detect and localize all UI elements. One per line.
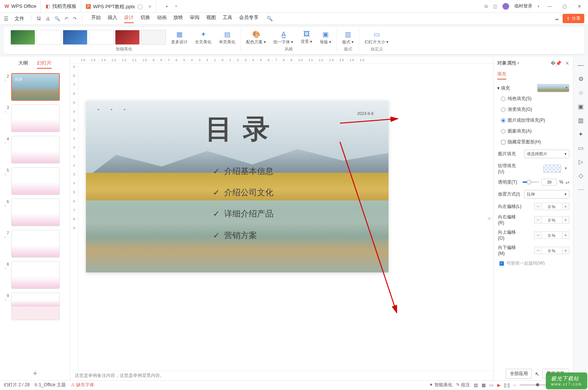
offset-r-stepper[interactable]: −0 %＋ — [534, 216, 569, 224]
design-templates[interactable] — [10, 30, 166, 45]
chevron-down-icon[interactable]: ▾ — [538, 4, 539, 8]
star-icon[interactable]: ☆ — [4, 78, 9, 82]
template-thumb[interactable] — [89, 30, 114, 45]
full-beautify-button[interactable]: ✦全文美化 — [193, 29, 214, 46]
tab-outline[interactable]: 大纲 — [18, 60, 28, 69]
maximize-button[interactable]: ▢ — [560, 4, 569, 9]
star-icon[interactable]: ☆ — [4, 172, 9, 177]
star-icon[interactable]: ☆ — [4, 266, 9, 271]
close-panel-icon[interactable]: ✕ — [565, 60, 569, 66]
tab-design[interactable]: 设计 — [124, 14, 134, 23]
plus-button[interactable]: ＋ — [562, 231, 569, 239]
master-button[interactable]: ▣母版 ▾ — [318, 29, 334, 46]
fill-gradient-radio[interactable]: 渐变填充(G) — [497, 105, 569, 114]
fill-collapsible[interactable]: ▾ 填充 — [497, 84, 569, 92]
template-thumb[interactable] — [141, 30, 166, 45]
opacity-input[interactable]: 39 — [541, 179, 557, 185]
new-tab-button[interactable]: ＋ ▾ — [156, 0, 182, 12]
opacity-slider[interactable] — [523, 181, 539, 183]
fill-pattern-radio[interactable]: 图案填充(A) — [497, 127, 569, 135]
diamond-icon[interactable]: ◇ — [579, 172, 583, 179]
star-icon[interactable]: ☆ — [4, 141, 9, 145]
slide-thumb-row[interactable]: 3☆ — [4, 104, 66, 132]
pin-icon[interactable]: �📌 — [551, 60, 561, 66]
notes-area[interactable]: 这里是举例备注内容，这里是举例背景内容。 — [70, 371, 493, 380]
login-label[interactable]: 临时登录 — [514, 3, 532, 9]
notes-toggle[interactable]: ✎ 批注 — [456, 382, 470, 388]
splitter-handle[interactable]: ⠿ — [487, 217, 491, 220]
slide-thumb[interactable] — [11, 199, 60, 226]
offset-t-stepper[interactable]: −0 %＋ — [534, 231, 569, 239]
save-icon[interactable]: 🖫 — [35, 15, 43, 23]
slide-thumb-row[interactable]: 9☆ — [4, 293, 66, 320]
chart-icon[interactable]: ▥ — [578, 117, 584, 124]
tab-start[interactable]: 开始 — [91, 14, 101, 23]
slide-toc[interactable]: 介绍基本信息 介绍公司文化 详细介绍产品 营销方案 — [213, 160, 273, 246]
redo-icon[interactable]: ↷ — [71, 15, 78, 23]
format-button[interactable]: ▥版式 ▾ — [340, 29, 356, 46]
place-mode-select[interactable]: 拉伸▾ — [524, 190, 569, 199]
tab-slides[interactable]: 幻灯片 — [37, 60, 52, 69]
slide-thumb[interactable] — [11, 136, 60, 163]
tools-icon[interactable]: ✦ — [578, 131, 583, 138]
tab-insert[interactable]: 插入 — [108, 14, 117, 23]
tab-animation[interactable]: 动画 — [157, 14, 167, 23]
preview-icon[interactable]: 🔍 — [53, 15, 62, 23]
templates-tab[interactable]: ◧ 找稻壳模板 — [41, 0, 81, 12]
apply-all-button[interactable]: 全部应用 — [506, 369, 532, 379]
template-thumb[interactable] — [115, 30, 140, 45]
tab-review[interactable]: 审阅 — [190, 14, 199, 23]
slide-thumb[interactable] — [11, 73, 60, 101]
view-normal-icon[interactable]: ▤ — [474, 383, 478, 388]
chevron-down-icon[interactable]: ▾ — [175, 4, 177, 8]
print-icon[interactable]: 🖨 — [44, 15, 52, 23]
offset-b-stepper[interactable]: −0 %＋ — [534, 247, 569, 254]
offset-l-stepper[interactable]: −0 %＋ — [534, 203, 569, 210]
more-icon[interactable]: ⋯ — [578, 186, 584, 193]
star-icon[interactable]: ☆ — [4, 204, 9, 208]
clipboard-icon[interactable]: ▣ — [578, 103, 584, 110]
document-tab[interactable]: P WPS PPT教程.pptx ◯ ✕ — [81, 0, 156, 12]
slide-size-button[interactable]: ▭幻灯片大小 ▾ — [362, 29, 391, 46]
app-home-tab[interactable]: W WPS Office — [0, 0, 41, 12]
panel-icon[interactable]: ⧉ — [485, 4, 488, 9]
slide-thumb[interactable] — [11, 293, 60, 320]
fill-preview[interactable] — [537, 84, 569, 92]
play-icon[interactable]: ▷ — [579, 158, 583, 165]
cloud-icon[interactable]: ☁ — [554, 16, 559, 21]
star-icon[interactable]: ☆ — [578, 89, 584, 96]
slide-thumb-row[interactable]: 4☆ — [4, 136, 66, 163]
share-button[interactable]: ⇪分享 — [563, 14, 584, 23]
search-icon[interactable]: 🔍 — [265, 14, 274, 23]
book-icon[interactable]: ▭ — [578, 144, 584, 152]
plus-button[interactable]: ＋ — [562, 203, 569, 210]
slide[interactable]: ˅ ˅ ˅ 2023-9-8 目录 介绍基本信息 介绍公司文化 详细介绍产品 营… — [86, 101, 389, 272]
fill-section-tab[interactable]: 填充 — [497, 71, 506, 79]
cube-icon[interactable]: ◫ — [493, 4, 497, 9]
slide-thumb[interactable] — [11, 261, 60, 289]
picture-fill-select[interactable]: 请选择图片▾ — [524, 150, 569, 158]
plus-button[interactable]: ＋ — [562, 216, 569, 224]
hide-bg-checkbox[interactable]: 隐藏背景图形(H) — [497, 138, 569, 146]
file-menu[interactable]: 文件 — [12, 14, 27, 24]
minimize-panel-icon[interactable]: — — [578, 62, 584, 69]
avatar[interactable] — [502, 3, 509, 10]
slide-thumb-row[interactable]: 2☆ — [4, 73, 66, 101]
undo-icon[interactable]: ↶ — [63, 15, 70, 23]
star-icon[interactable]: ☆ — [4, 298, 9, 302]
minimize-button[interactable]: — — [545, 4, 554, 9]
stepper-icon[interactable]: ▴▾ — [566, 180, 569, 184]
slide-thumb-row[interactable]: 6☆ — [4, 199, 66, 226]
tab-member[interactable]: 会员专享 — [239, 14, 259, 23]
slide-thumb-row[interactable]: 8☆ — [4, 261, 66, 289]
more-design-button[interactable]: ▦更多设计 — [169, 29, 190, 46]
zoom-slider[interactable] — [520, 384, 550, 386]
slide-thumb[interactable] — [11, 230, 60, 258]
slide-thumb[interactable] — [11, 167, 60, 195]
fit-icon[interactable]: [□] — [504, 383, 510, 388]
single-beautify-button[interactable]: ▤单页美化 — [217, 29, 238, 46]
fill-solid-radio[interactable]: 纯色填充(S) — [497, 94, 569, 103]
slide-thumb-row[interactable]: 7☆ — [4, 230, 66, 258]
template-thumb[interactable] — [10, 30, 35, 45]
tab-transition[interactable]: 切换 — [140, 14, 150, 23]
